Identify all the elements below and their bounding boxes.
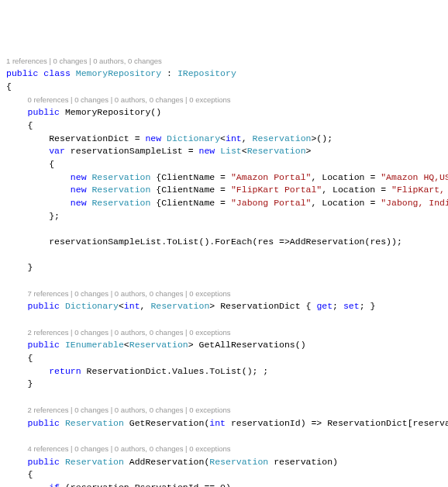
- id-reservationdict: ReservationDict: [220, 301, 301, 311]
- kw-set: set: [343, 301, 360, 311]
- kw-if: if: [49, 482, 60, 487]
- id-samplelist: reservationSampleList: [71, 146, 183, 156]
- codelens-class: 1 references | 0 changes | 0 authors, 0 …: [6, 57, 162, 65]
- id-rservationid: RservationId: [135, 482, 199, 487]
- codelens-addres: 4 references | 0 changes | 0 authors, 0 …: [28, 444, 231, 453]
- id-reservation: reservation: [274, 457, 333, 467]
- kw-public: public: [28, 457, 60, 467]
- id-reservationdict: ReservationDict: [49, 133, 129, 143]
- type-dictionary: Dictionary: [167, 133, 220, 143]
- str-amazon-portal: "Amazon Portal": [231, 172, 312, 182]
- ctor-name: MemoryRepository: [65, 107, 150, 117]
- id-tolist: ToList: [209, 366, 241, 376]
- kw-var: var: [49, 146, 65, 156]
- str-flipkart-loc: "FlipKart, India": [391, 185, 448, 195]
- id-res: res: [370, 237, 386, 247]
- type-reservation: Reservation: [129, 340, 188, 350]
- type-reservation: Reservation: [65, 457, 124, 467]
- codelens-getall: 2 references | 0 changes | 0 authors, 0 …: [28, 328, 231, 337]
- id-reservation: reservation: [71, 482, 129, 487]
- str-jabong-loc: "Jabong, India": [381, 198, 448, 208]
- type-reservation: Reservation: [91, 198, 150, 208]
- str-flipkart-portal: "FlipKart Portal": [231, 185, 322, 195]
- kw-int: int: [124, 301, 140, 311]
- kw-public: public: [6, 68, 38, 78]
- kw-return: return: [49, 366, 81, 376]
- id-tolist: ToList: [167, 237, 198, 247]
- kw-new: new: [71, 198, 87, 208]
- id-clientname: ClientName: [161, 185, 215, 195]
- type-reservation: Reservation: [247, 146, 306, 156]
- kw-class: class: [43, 68, 71, 78]
- id-location: Location: [333, 185, 375, 195]
- id-res: res: [257, 237, 274, 247]
- str-jabong-portal: "Jabong Portal": [231, 198, 312, 208]
- id-reservationid: reservationId: [413, 418, 448, 428]
- str-amazon-loc: "Amazon HQ,USA": [381, 172, 448, 182]
- id-clientname: ClientName: [161, 172, 215, 182]
- type-reservation: Reservation: [91, 185, 150, 195]
- type-ienumerable: IEnumerable: [65, 340, 124, 350]
- kw-public: public: [28, 301, 60, 311]
- id-reservationid: reservationId: [231, 418, 301, 428]
- id-addreservation: AddReservation: [129, 457, 205, 467]
- kw-new: new: [71, 185, 87, 195]
- kw-new: new: [71, 172, 87, 182]
- kw-int: int: [209, 418, 226, 428]
- type-reservation: Reservation: [209, 457, 268, 467]
- type-reservation: Reservation: [65, 418, 124, 428]
- id-reservationdict: ReservationDict: [87, 366, 167, 376]
- kw-public: public: [28, 418, 60, 428]
- kw-new: new: [199, 146, 215, 156]
- id-getreservation: GetReservation: [129, 418, 205, 428]
- codelens-getres: 2 references | 0 changes | 0 authors, 0 …: [28, 406, 231, 414]
- type-dictionary: Dictionary: [65, 301, 119, 311]
- code-editor[interactable]: 1 references | 0 changes | 0 authors, 0 …: [6, 55, 442, 487]
- kw-public: public: [28, 107, 60, 117]
- kw-int: int: [226, 133, 242, 143]
- codelens-dict: 7 references | 0 changes | 0 authors, 0 …: [28, 289, 231, 298]
- id-values: Values: [172, 366, 204, 376]
- id-foreach: ForEach: [215, 237, 252, 247]
- kw-get: get: [316, 301, 333, 311]
- id-reservationdict: ReservationDict: [327, 418, 408, 428]
- type-reservation: Reservation: [91, 172, 150, 182]
- type-reservation: Reservation: [150, 301, 209, 311]
- id-samplelist: reservationSampleList: [49, 237, 161, 247]
- type-reservation: Reservation: [253, 133, 312, 143]
- type-irepository: IRepository: [177, 68, 236, 78]
- id-clientname: ClientName: [161, 198, 215, 208]
- kw-new: new: [145, 133, 161, 143]
- type-list: List: [220, 146, 242, 156]
- type-memoryrepository: MemoryRepository: [76, 68, 161, 78]
- num-zero: 0: [220, 482, 226, 487]
- id-location: Location: [322, 172, 364, 182]
- id-addreservation: AddReservation: [290, 237, 365, 247]
- id-location: Location: [322, 198, 364, 208]
- codelens-ctor: 0 references | 0 changes | 0 authors, 0 …: [28, 95, 231, 104]
- id-getallreservations: GetAllReservations: [199, 340, 295, 350]
- kw-public: public: [28, 340, 60, 350]
